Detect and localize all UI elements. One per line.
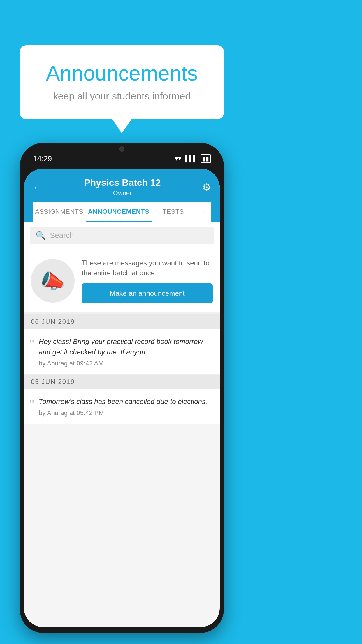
notch — [101, 143, 142, 155]
quote-icon-1: " — [30, 338, 34, 350]
promo-content: These are messages you want to send to t… — [82, 258, 213, 303]
date-separator-1: 06 JUN 2019 — [24, 314, 220, 329]
tab-tests[interactable]: TESTS — [152, 202, 195, 222]
announcement-meta-2: by Anurag at 05:42 PM — [39, 409, 214, 417]
wifi-icon: ▾▾ — [175, 155, 181, 162]
announcement-item-1[interactable]: " Hey class! Bring your practical record… — [24, 329, 220, 374]
speech-bubble-title: Announcements — [37, 61, 206, 85]
back-button[interactable]: ← — [33, 182, 43, 192]
speech-bubble-container: Announcements keep all your students inf… — [20, 45, 224, 119]
signal-icon: ▌▌▌ — [185, 155, 197, 162]
speech-bubble-subtitle: keep all your students informed — [37, 90, 206, 102]
search-bar[interactable]: 🔍 Search — [30, 227, 214, 244]
batch-role: Owner — [84, 189, 161, 197]
phone-screen: ← Physics Batch 12 Owner ⚙ ASSIGNMENTS A… — [24, 169, 220, 627]
status-time: 14:29 — [33, 154, 52, 163]
promo-icon-circle: 📣 — [31, 259, 75, 303]
phone-frame: 14:29 ▾▾ ▌▌▌ ▮▮ ← Physics Batch 12 Owner… — [20, 143, 224, 633]
tab-announcements[interactable]: ANNOUNCEMENTS — [86, 202, 152, 222]
speech-bubble: Announcements keep all your students inf… — [20, 45, 224, 119]
announcement-item-2[interactable]: " Tomorrow's class has been cancelled du… — [24, 389, 220, 424]
batch-title: Physics Batch 12 — [84, 177, 161, 188]
search-icon: 🔍 — [36, 231, 46, 240]
make-announcement-button[interactable]: Make an announcement — [82, 284, 213, 303]
promo-description: These are messages you want to send to t… — [82, 258, 213, 278]
battery-icon: ▮▮ — [201, 154, 211, 163]
quote-icon-2: " — [30, 398, 34, 410]
announcement-meta-1: by Anurag at 09:42 AM — [39, 360, 214, 367]
tabs-bar: ASSIGNMENTS ANNOUNCEMENTS TESTS › — [33, 202, 211, 222]
announcement-content-2: Tomorrow's class has been cancelled due … — [39, 396, 214, 417]
camera-notch — [119, 146, 124, 152]
settings-icon[interactable]: ⚙ — [202, 181, 211, 193]
tab-more[interactable]: › — [195, 202, 211, 222]
announcement-content-1: Hey class! Bring your practical record b… — [39, 336, 214, 367]
date-separator-2: 05 JUN 2019 — [24, 374, 220, 389]
promo-card: 📣 These are messages you want to send to… — [24, 249, 220, 314]
app-header: ← Physics Batch 12 Owner ⚙ ASSIGNMENTS A… — [24, 169, 220, 222]
app-header-top: ← Physics Batch 12 Owner ⚙ — [33, 177, 211, 202]
megaphone-icon: 📣 — [40, 269, 66, 293]
announcement-text-2: Tomorrow's class has been cancelled due … — [39, 396, 214, 407]
search-container: 🔍 Search — [24, 222, 220, 249]
search-placeholder: Search — [50, 231, 74, 240]
tab-assignments[interactable]: ASSIGNMENTS — [33, 202, 86, 222]
announcement-text-1: Hey class! Bring your practical record b… — [39, 336, 214, 357]
header-title-group: Physics Batch 12 Owner — [84, 177, 161, 197]
status-icons: ▾▾ ▌▌▌ ▮▮ — [175, 154, 211, 163]
